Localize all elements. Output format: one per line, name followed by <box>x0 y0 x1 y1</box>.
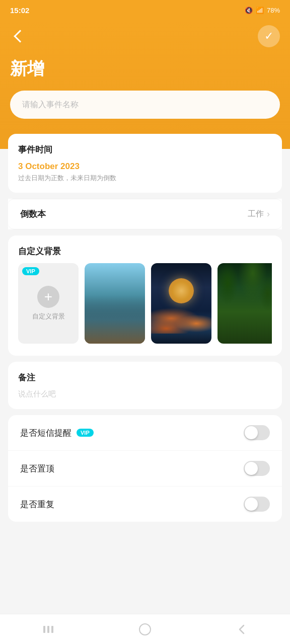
battery-icon: 78% <box>267 7 280 14</box>
repeat-toggle-row: 是否重复 <box>8 487 282 522</box>
home-icon <box>138 622 152 636</box>
clouds-graphic <box>151 298 211 334</box>
confirm-button[interactable]: ✓ <box>258 25 280 47</box>
background-image-1[interactable]: ✓ <box>85 263 145 344</box>
event-time-title: 事件时间 <box>18 144 272 155</box>
nav-home-button[interactable] <box>130 619 160 639</box>
svg-point-3 <box>139 624 151 635</box>
chevron-right-icon: › <box>267 209 270 219</box>
svg-rect-2 <box>51 626 53 633</box>
sms-toggle-switch[interactable] <box>244 425 270 440</box>
svg-rect-0 <box>43 626 45 633</box>
status-time: 15:02 <box>10 6 29 15</box>
pin-toggle-switch[interactable] <box>244 461 270 476</box>
sms-toggle-label: 是否短信提醒 <box>20 427 71 439</box>
repeat-toggle-label: 是否重复 <box>20 499 54 510</box>
repeat-toggle-left: 是否重复 <box>20 499 54 510</box>
leaves-graphic <box>218 263 272 344</box>
back-arrow-icon <box>14 30 26 42</box>
background-card: 自定义背景 VIP + 自定义背景 ✓ <box>8 235 282 356</box>
pin-toggle-row: 是否置顶 <box>8 451 282 487</box>
page-title: 新增 <box>10 57 280 80</box>
selected-check-icon: ✓ <box>126 325 140 339</box>
notes-title: 备注 <box>18 372 272 383</box>
status-icons: 🔇 📶 78% <box>245 7 280 14</box>
nav-menu-button[interactable] <box>33 619 63 639</box>
status-bar: 15:02 🔇 📶 78% <box>0 0 290 20</box>
background-scroll: VIP + 自定义背景 ✓ <box>18 263 272 346</box>
header-nav: ✓ <box>10 20 280 57</box>
svg-rect-1 <box>47 626 49 633</box>
repeat-toggle-switch[interactable] <box>244 497 270 512</box>
nav-back-button[interactable] <box>227 619 257 639</box>
notebook-value-area: 工作 › <box>248 209 270 219</box>
event-time-card: 事件时间 3 October 2023 过去日期为正数，未来日期为倒数 <box>8 134 282 193</box>
bottom-nav <box>0 614 290 644</box>
custom-background-item[interactable]: VIP + 自定义背景 <box>18 263 79 344</box>
event-name-input[interactable] <box>10 91 280 119</box>
back-button[interactable] <box>10 26 30 46</box>
nav-back-icon <box>235 622 249 636</box>
notebook-row[interactable]: 倒数本 工作 › <box>8 199 282 229</box>
add-background-icon: + <box>37 286 59 308</box>
wifi-icon: 📶 <box>256 7 264 14</box>
confirm-check-icon: ✓ <box>264 30 273 43</box>
header-area: ✓ 新增 <box>0 20 290 134</box>
event-date[interactable]: 3 October 2023 <box>18 162 272 172</box>
background-image-3[interactable] <box>218 263 272 344</box>
mute-icon: 🔇 <box>245 7 253 14</box>
background-image-2[interactable] <box>151 263 211 344</box>
menu-icon <box>41 622 55 636</box>
notes-placeholder[interactable]: 说点什么吧 <box>18 389 272 399</box>
sms-toggle-row: 是否短信提醒 VIP <box>8 415 282 451</box>
pin-toggle-left: 是否置顶 <box>20 463 54 474</box>
vip-badge-bg: VIP <box>22 267 39 275</box>
date-hint: 过去日期为正数，未来日期为倒数 <box>18 174 272 183</box>
sms-vip-badge: VIP <box>77 429 94 437</box>
sms-toggle-left: 是否短信提醒 VIP <box>20 427 94 439</box>
toggle-section: 是否短信提醒 VIP 是否置顶 是否重复 <box>8 415 282 522</box>
pin-toggle-label: 是否置顶 <box>20 463 54 474</box>
background-title: 自定义背景 <box>18 246 272 257</box>
notes-card: 备注 说点什么吧 <box>8 362 282 409</box>
notebook-label: 倒数本 <box>20 208 46 220</box>
custom-background-label: 自定义背景 <box>32 312 65 321</box>
notebook-value: 工作 <box>248 209 264 219</box>
